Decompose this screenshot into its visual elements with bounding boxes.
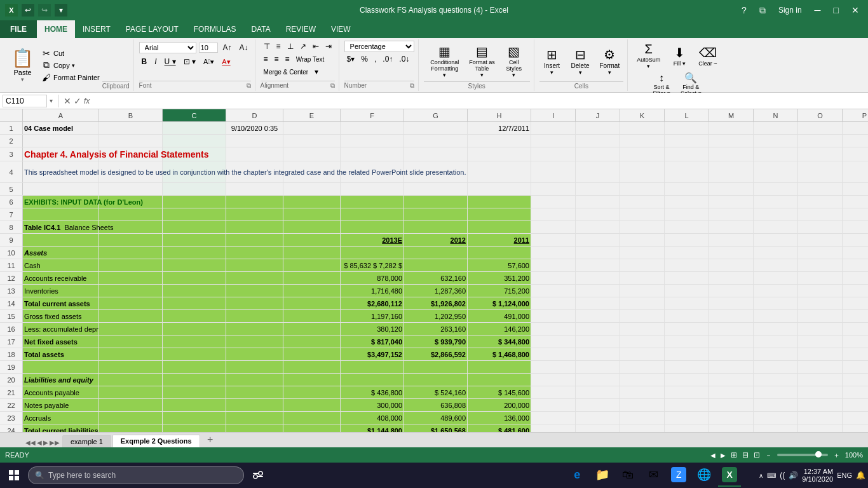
cell-d18[interactable]	[226, 348, 283, 360]
format-button[interactable]: ⚙ Format ▾	[596, 46, 624, 77]
cell-b1[interactable]	[99, 122, 163, 134]
cell-n21[interactable]	[754, 386, 798, 398]
cell-a6[interactable]: EXHIBITS: INPUT DATA (for D'Leon)	[23, 196, 99, 208]
cell-h1[interactable]: 12/7/2011	[468, 122, 531, 134]
cell-f11[interactable]: $ 85,632 $ 7,282 $	[341, 259, 404, 271]
cell-j22[interactable]	[576, 399, 620, 411]
cell-f16[interactable]: 380,120	[341, 323, 404, 335]
cell-a8[interactable]: Table IC4.1 Balance Sheets	[23, 221, 99, 233]
cell-m2[interactable]	[709, 135, 754, 147]
cell-h16[interactable]: 146,200	[468, 323, 531, 335]
cell-g8[interactable]	[404, 221, 468, 233]
cell-p17[interactable]	[843, 336, 868, 348]
cell-m10[interactable]	[709, 247, 754, 259]
cell-j13[interactable]	[576, 285, 620, 297]
cell-h10[interactable]	[468, 247, 531, 259]
cell-o8[interactable]	[798, 221, 843, 233]
cell-k5[interactable]	[620, 183, 665, 195]
cell-j15[interactable]	[576, 310, 620, 322]
status-scroll-left[interactable]: ◀	[710, 452, 715, 459]
cell-g10[interactable]	[404, 247, 468, 259]
cell-a13[interactable]: Inventories	[23, 285, 99, 297]
cell-c11[interactable]	[163, 259, 226, 271]
cell-b11[interactable]	[99, 259, 163, 271]
cell-j5[interactable]	[576, 183, 620, 195]
cell-j9[interactable]	[576, 234, 620, 246]
cell-k8[interactable]	[620, 221, 665, 233]
cell-l4[interactable]	[665, 161, 709, 182]
minimize-button[interactable]: ─	[811, 4, 825, 17]
cell-f5[interactable]	[341, 183, 404, 195]
cell-i4[interactable]	[531, 161, 576, 182]
taskbar-search[interactable]: 🔍 Type here to search	[28, 466, 244, 484]
cell-e7[interactable]	[283, 208, 341, 220]
cell-m7[interactable]	[709, 208, 754, 220]
cell-j8[interactable]	[576, 221, 620, 233]
cell-d2[interactable]	[226, 135, 283, 147]
cell-i1[interactable]	[531, 122, 576, 134]
cell-b13[interactable]	[99, 285, 163, 297]
cell-k19[interactable]	[620, 361, 665, 373]
cell-p10[interactable]	[843, 247, 868, 259]
dollar-format-button[interactable]: $▾	[344, 53, 358, 65]
cell-l9[interactable]	[665, 234, 709, 246]
cell-i9[interactable]	[531, 234, 576, 246]
cell-d10[interactable]	[226, 247, 283, 259]
cell-f6[interactable]	[341, 196, 404, 208]
cell-b7[interactable]	[99, 208, 163, 220]
cell-c13[interactable]	[163, 285, 226, 297]
cell-g15[interactable]: 1,202,950	[404, 310, 468, 322]
cell-j18[interactable]	[576, 348, 620, 360]
cell-c2[interactable]	[163, 135, 226, 147]
cell-b16[interactable]	[99, 323, 163, 335]
cell-g24[interactable]: $1,650,568	[404, 424, 468, 432]
cell-m3[interactable]	[709, 147, 754, 161]
zoom-in-button[interactable]: ＋	[833, 451, 840, 460]
font-color-button[interactable]: A▾	[219, 57, 233, 67]
cell-f2[interactable]	[341, 135, 404, 147]
cell-p20[interactable]	[843, 374, 868, 386]
cell-k14[interactable]	[620, 297, 665, 309]
tab-formulas[interactable]: FORMULAS	[186, 20, 244, 38]
cell-a7[interactable]	[23, 208, 99, 220]
add-sheet-button[interactable]: +	[204, 433, 217, 446]
cell-i24[interactable]	[531, 424, 576, 432]
copy-button[interactable]: ⧉ Copy ▾	[39, 60, 78, 71]
cell-j19[interactable]	[576, 361, 620, 373]
cell-b5[interactable]	[99, 183, 163, 195]
cell-g18[interactable]: $2,866,592	[404, 348, 468, 360]
cell-i14[interactable]	[531, 297, 576, 309]
cell-a21[interactable]: Accounts payable	[23, 386, 99, 398]
cell-l24[interactable]	[665, 424, 709, 432]
cell-h15[interactable]: 491,000	[468, 310, 531, 322]
restore-button[interactable]: ⧉	[756, 4, 770, 17]
col-header-k[interactable]: K	[620, 109, 665, 121]
zoom-slider[interactable]	[777, 454, 828, 456]
cell-g7[interactable]	[404, 208, 468, 220]
cell-d7[interactable]	[226, 208, 283, 220]
cell-o4[interactable]	[798, 161, 843, 182]
cell-e2[interactable]	[283, 135, 341, 147]
cell-g3[interactable]	[404, 147, 468, 161]
view-normal-icon[interactable]: ⊞	[731, 451, 737, 459]
cell-k4[interactable]	[620, 161, 665, 182]
cell-o11[interactable]	[798, 259, 843, 271]
cell-n11[interactable]	[754, 259, 798, 271]
cell-a10[interactable]: Assets	[23, 247, 99, 259]
clock-date[interactable]: 9/10/2020	[802, 475, 833, 483]
taskbar-file-explorer[interactable]: 📁	[591, 464, 614, 487]
cell-a24[interactable]: Total current liabilities	[23, 424, 99, 432]
cell-e24[interactable]	[283, 424, 341, 432]
cell-i6[interactable]	[531, 196, 576, 208]
cell-h18[interactable]: $ 1,468,800	[468, 348, 531, 360]
font-size-input[interactable]	[199, 43, 218, 53]
formula-bar-collapse-icon[interactable]: ▾	[50, 97, 53, 104]
cell-p24[interactable]	[843, 424, 868, 432]
cell-d19[interactable]	[226, 361, 283, 373]
cell-a23[interactable]: Accruals	[23, 412, 99, 424]
cell-n19[interactable]	[754, 361, 798, 373]
cell-k17[interactable]	[620, 336, 665, 348]
cell-l10[interactable]	[665, 247, 709, 259]
cell-g13[interactable]: 1,287,360	[404, 285, 468, 297]
align-right-button[interactable]: ≡	[283, 53, 292, 65]
